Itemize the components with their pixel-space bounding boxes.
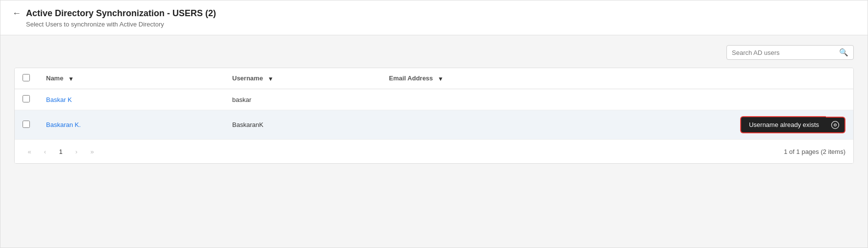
user-name-link[interactable]: Baskaran K.: [46, 121, 81, 128]
page-info: 1 of 1 pages (2 items): [784, 148, 845, 155]
row-name-cell: Baskaran K.: [38, 110, 224, 140]
search-row: 🔍: [14, 45, 854, 60]
row-checkbox[interactable]: [23, 95, 30, 102]
search-button[interactable]: 🔍: [839, 48, 848, 57]
row-email-cell: [381, 89, 853, 110]
user-name-link[interactable]: Baskar K: [46, 96, 72, 103]
error-badge: Username already exists: [740, 116, 826, 133]
search-input[interactable]: [732, 49, 836, 56]
table-row: Baskaran K.BaskaranKUsername already exi…: [15, 110, 853, 140]
table-body: Baskar KbaskarBaskaran K.BaskaranKUserna…: [15, 89, 853, 140]
pagination-row: « ‹ 1 › » 1 of 1 pages (2 items): [15, 139, 853, 163]
username-filter-icon[interactable]: ▼: [268, 75, 274, 82]
page-subtitle: Select Users to synchronize with Active …: [12, 21, 856, 28]
pagination-controls: « ‹ 1 › »: [23, 145, 99, 158]
col-header-name: Name ▼: [38, 68, 224, 89]
header-title-row: ← Active Directory Synchronization - USE…: [12, 8, 856, 19]
error-badge-icon[interactable]: [826, 117, 845, 133]
svg-point-1: [834, 124, 837, 126]
table-row: Baskar Kbaskar: [15, 89, 853, 110]
next-page-button[interactable]: ›: [70, 145, 83, 158]
col-header-username: Username ▼: [224, 68, 381, 89]
select-all-checkbox[interactable]: [23, 74, 30, 81]
row-checkbox-cell: [15, 89, 38, 110]
row-checkbox-cell: [15, 110, 38, 140]
users-table: Name ▼ Username ▼ Email Address ▼: [15, 68, 853, 139]
page-wrapper: ← Active Directory Synchronization - USE…: [0, 0, 868, 248]
header: ← Active Directory Synchronization - USE…: [0, 0, 868, 35]
content-area: 🔍 Name ▼ Username: [0, 35, 868, 248]
error-badge-wrapper: Username already exists: [389, 116, 845, 133]
row-email-cell: Username already exists: [381, 110, 853, 140]
email-filter-icon[interactable]: ▼: [437, 75, 443, 82]
row-name-cell: Baskar K: [38, 89, 224, 110]
select-all-cell: [15, 68, 38, 89]
table-header-row: Name ▼ Username ▼ Email Address ▼: [15, 68, 853, 89]
row-username-cell: baskar: [224, 89, 381, 110]
page-title: Active Directory Synchronization - USERS…: [26, 8, 216, 19]
last-page-button[interactable]: »: [85, 145, 99, 158]
first-page-button[interactable]: «: [23, 145, 36, 158]
prev-page-button[interactable]: ‹: [38, 145, 52, 158]
back-button[interactable]: ←: [12, 8, 21, 19]
table-container: Name ▼ Username ▼ Email Address ▼: [14, 68, 854, 164]
row-checkbox[interactable]: [23, 121, 30, 128]
col-header-email: Email Address ▼: [381, 68, 853, 89]
svg-point-0: [832, 121, 839, 128]
name-filter-icon[interactable]: ▼: [68, 75, 74, 82]
search-box: 🔍: [726, 45, 854, 60]
row-username-cell: BaskaranK: [224, 110, 381, 140]
current-page: 1: [54, 145, 68, 158]
